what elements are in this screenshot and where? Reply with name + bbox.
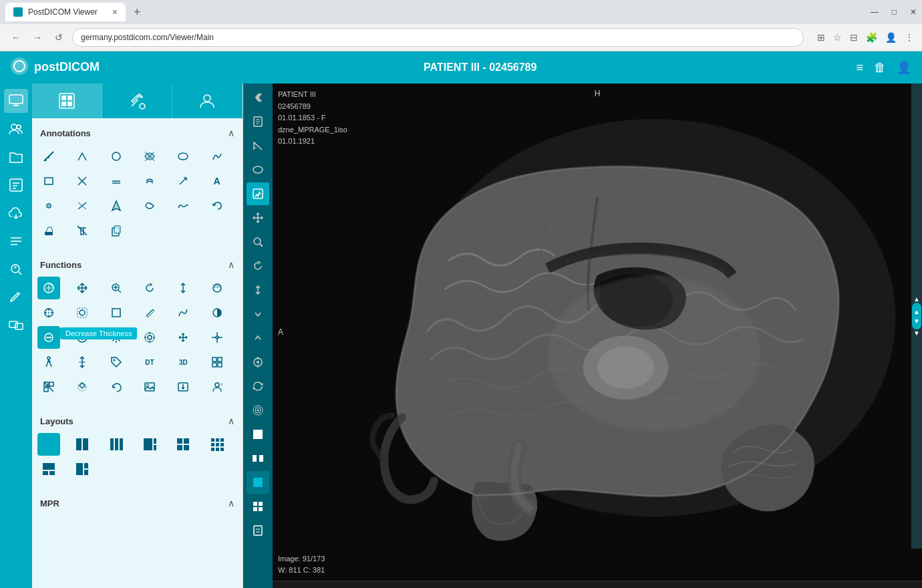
tool-3d[interactable]: 3D (172, 351, 194, 374)
sidebar-item-list[interactable] (4, 229, 28, 253)
tool-walk[interactable] (37, 351, 60, 374)
forward-btn[interactable]: → (29, 32, 45, 43)
tool-copy-annotations[interactable] (105, 219, 128, 242)
viewer-tool-report[interactable] (247, 110, 269, 133)
tool-calibrate[interactable] (138, 326, 161, 349)
scroll-thumb[interactable]: ▲ ▼ (912, 303, 921, 329)
mpr-header[interactable]: MPR ∧ (37, 494, 237, 512)
tool-cobb[interactable] (71, 194, 94, 217)
viewer-tool-white-square[interactable] (247, 423, 269, 446)
browser-tab[interactable]: PostDICOM Viewer × (5, 3, 126, 21)
viewer-tool-scroll[interactable] (247, 279, 269, 301)
bookmark-icon[interactable]: ☆ (833, 32, 842, 43)
tool-zoom[interactable] (105, 277, 128, 299)
sidebar-item-users[interactable] (4, 117, 28, 141)
tool-undo[interactable] (206, 194, 228, 217)
tool-probe[interactable] (105, 194, 128, 217)
sidebar-item-research[interactable] (4, 173, 28, 197)
viewer-tool-cyan-square[interactable] (247, 471, 269, 494)
viewer-tool-angle[interactable] (247, 134, 269, 157)
tool-crosshair[interactable] (37, 301, 60, 324)
translate-icon[interactable]: ⊞ (817, 32, 825, 43)
tool-roi[interactable] (138, 194, 161, 217)
viewer-tool-page[interactable] (247, 519, 269, 542)
layout-1x2[interactable] (71, 433, 94, 456)
tool-tag[interactable] (105, 351, 128, 374)
layout-3x3[interactable] (206, 433, 228, 456)
tool-pencil[interactable] (138, 301, 161, 324)
extensions-icon[interactable]: 🧩 (866, 32, 877, 43)
viewer-tool-wwwc[interactable] (247, 182, 269, 205)
viewer-tool-sync[interactable] (247, 375, 269, 398)
tool-overlay[interactable] (71, 376, 94, 398)
tool-profile[interactable] (105, 170, 128, 192)
tool-wwwc[interactable] (37, 277, 60, 299)
viewer-scrollbar[interactable]: ▲ ▲ ▼ ▼ (911, 84, 922, 549)
viewer-tool-zoom[interactable] (247, 231, 269, 253)
tool-move-cross[interactable] (172, 326, 194, 349)
tool-freehand[interactable] (206, 145, 228, 168)
tool-text[interactable]: A (206, 170, 228, 192)
sidebar-item-edit[interactable] (4, 285, 28, 309)
functions-header[interactable]: Functions ∧ (37, 255, 237, 274)
tool-cross[interactable] (71, 170, 94, 192)
new-tab-btn[interactable]: + (128, 5, 146, 19)
tool-grid-hide[interactable] (37, 376, 60, 398)
viewer-tool-pan[interactable] (247, 206, 269, 229)
tool-point[interactable] (37, 194, 60, 217)
tool-curve[interactable] (172, 301, 194, 324)
tool-angle[interactable] (71, 145, 94, 168)
viewer-tool-up[interactable] (247, 327, 269, 349)
scroll-up-arrow[interactable]: ▲ (913, 295, 920, 303)
split-icon[interactable]: ⊟ (850, 32, 858, 43)
tool-image-edit[interactable] (138, 376, 161, 398)
mpr-toggle[interactable]: ∧ (228, 498, 235, 508)
layout-wide[interactable] (138, 433, 161, 456)
tool-spine[interactable] (138, 170, 161, 192)
sidebar-item-cloud[interactable] (4, 201, 28, 225)
functions-toggle[interactable]: ∧ (228, 259, 235, 270)
viewer-canvas[interactable]: PATIENT III 02456789 01.01.1853 - F dzne… (273, 84, 922, 581)
tool-clear-one[interactable] (37, 219, 60, 242)
profile-icon[interactable]: 👤 (885, 32, 897, 43)
tool-center[interactable] (206, 326, 228, 349)
viewer-collapse-btn[interactable] (247, 86, 269, 109)
sidebar-item-folder[interactable] (4, 145, 28, 169)
tool-pan[interactable] (71, 277, 94, 299)
viewer-tool-down[interactable] (247, 303, 269, 325)
tool-flip[interactable] (206, 277, 228, 299)
layout-bottom-row[interactable] (37, 458, 60, 480)
tool-func-undo[interactable] (105, 376, 128, 398)
tool-arrow[interactable] (172, 170, 194, 192)
sidebar-item-screen[interactable] (4, 313, 28, 337)
tab-close-btn[interactable]: × (112, 7, 118, 17)
tool-scroll[interactable] (172, 277, 194, 299)
tool-image-export[interactable] (172, 376, 194, 398)
win-close-btn[interactable]: ✕ (910, 7, 917, 17)
layout-2x2[interactable] (172, 433, 194, 456)
back-btn[interactable]: ← (8, 32, 24, 43)
layouts-toggle[interactable]: ∧ (228, 416, 235, 426)
viewer-tool-target[interactable] (247, 399, 269, 422)
tool-ellipse-filled[interactable] (138, 145, 161, 168)
menu-icon[interactable]: ⋮ (905, 32, 914, 43)
tools-tab-user[interactable] (172, 84, 243, 118)
refresh-btn[interactable]: ↺ (51, 32, 67, 43)
tool-ruler[interactable] (37, 145, 60, 168)
layouts-header[interactable]: Layouts ∧ (37, 412, 237, 430)
tools-tab-tools[interactable] (102, 84, 172, 118)
header-list-icon[interactable]: ≡ (856, 61, 863, 75)
tool-dt[interactable]: DT (138, 351, 161, 374)
tool-contrast[interactable] (206, 301, 228, 324)
tool-settings2[interactable] (105, 326, 128, 349)
tool-circle[interactable] (105, 145, 128, 168)
tool-wave[interactable] (172, 194, 194, 217)
layout-1x1[interactable] (37, 433, 60, 456)
annotations-header[interactable]: Annotations ∧ (37, 124, 237, 142)
sidebar-item-search[interactable] (4, 257, 28, 281)
tool-rotate[interactable] (138, 277, 161, 299)
viewer-tool-stack[interactable] (247, 351, 269, 374)
tool-crop[interactable] (105, 301, 128, 324)
tool-clear-all[interactable] (71, 219, 94, 242)
viewer-tool-dual-pane[interactable] (247, 447, 269, 470)
